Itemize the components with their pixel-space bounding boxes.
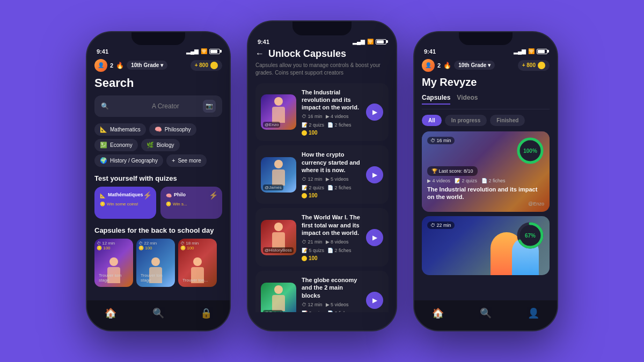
page-title: My Revyze bbox=[422, 76, 550, 88]
grade-badge[interactable]: 10th Grade ▾ bbox=[127, 61, 167, 70]
home-nav-icon[interactable]: 🏠 bbox=[432, 307, 444, 319]
capsule-cost: 100 bbox=[302, 130, 361, 136]
wifi-icon: 🛜 bbox=[528, 48, 535, 54]
grade-label: 10th Grade bbox=[458, 62, 486, 68]
quizzes-meta: 📝 2 quizs bbox=[302, 122, 324, 128]
capsule-item-1[interactable]: @Enzo The Industrial revolution and its … bbox=[255, 83, 389, 142]
capsule-item-4[interactable]: @Guigui The globe economy and the 2 main… bbox=[255, 271, 389, 312]
tag-more[interactable]: + See more bbox=[166, 154, 207, 167]
back-button[interactable]: ← bbox=[255, 49, 264, 58]
capsule-cost: 100 bbox=[302, 255, 361, 261]
progress-card-1[interactable]: ⏱ 16 min 100% 🏆 Last score: 8/10 bbox=[422, 131, 550, 212]
search-bar[interactable]: 🔍 A Creator 📷 bbox=[94, 95, 222, 117]
creator-tag: @Guigui bbox=[263, 310, 283, 312]
filter-in-progress[interactable]: In progress bbox=[445, 115, 487, 126]
capsule-title: The World War I. The first total war and… bbox=[302, 213, 361, 237]
tag-label: Mathematics bbox=[110, 127, 141, 132]
search-nav-icon[interactable]: 🔍 bbox=[480, 307, 492, 319]
tag-label: History / Geography bbox=[110, 158, 158, 164]
capsule-card-1[interactable]: ⏱ 12 min 🪙 100 Trouver son stage bbox=[94, 239, 133, 287]
play-button[interactable]: ▶ bbox=[366, 292, 383, 309]
coin-icon bbox=[210, 62, 218, 69]
capsule-time: ⏱ 12 min bbox=[97, 241, 131, 246]
tag-history[interactable]: 🌍 History / Geography bbox=[94, 154, 163, 167]
avatar: 👤 bbox=[422, 59, 435, 72]
tag-mathematics[interactable]: 📐 Mathematics bbox=[94, 123, 146, 136]
tag-philosophy[interactable]: 🧠 Philosophy bbox=[149, 123, 196, 136]
capsule-item-info: The World War I. The first total war and… bbox=[302, 213, 361, 261]
camera-icon[interactable]: 📷 bbox=[203, 100, 216, 113]
fiches-meta: 📄 2 fiches bbox=[327, 185, 352, 190]
play-button[interactable]: ▶ bbox=[366, 229, 383, 246]
tab-capsules[interactable]: Capsules bbox=[422, 94, 450, 105]
quiz-card-cta: 🪙 Win some coins! bbox=[100, 202, 151, 206]
fiches-meta: 📄 2 fiches bbox=[327, 311, 352, 312]
capsule-thumb-4: @Guigui bbox=[261, 283, 296, 312]
filter-row: All In progress Finished bbox=[422, 115, 550, 126]
center-phone: 9:41 ▂▄▆ 🛜 ← Unlock Capsules Capsules al… bbox=[247, 20, 397, 331]
quizzes-meta: 📝 2 quizs bbox=[302, 185, 324, 190]
capsule-item-2[interactable]: @James How the crypto currency started a… bbox=[255, 145, 389, 204]
progress-card-2[interactable]: ⏱ 22 min 67% bbox=[422, 216, 550, 275]
play-button[interactable]: ▶ bbox=[366, 166, 383, 183]
status-bar-center: 9:41 ▂▄▆ 🛜 bbox=[248, 35, 396, 46]
filter-finished[interactable]: Finished bbox=[490, 115, 525, 126]
tag-label: See more bbox=[178, 158, 201, 164]
coin-icon bbox=[538, 62, 545, 69]
page-title: Search bbox=[94, 76, 222, 90]
signal-icon: ▂▄▆ bbox=[186, 48, 199, 54]
play-button[interactable]: ▶ bbox=[366, 104, 383, 121]
videos-meta: ▶ 8 videos bbox=[326, 239, 349, 245]
capsule-coins: 🪙 100 bbox=[138, 246, 173, 250]
tag-label: Philosophy bbox=[165, 127, 191, 132]
card-bottom: 🏆 Last score: 8/10 ▶ 4 videos 📝 2 quizs … bbox=[427, 165, 544, 206]
capsules-section-title: Capsules for the back to school day bbox=[94, 226, 222, 234]
capsule-list: @Enzo The Industrial revolution and its … bbox=[255, 83, 389, 312]
capsule-item-3[interactable]: @HistoryBoss The World War I. The first … bbox=[255, 208, 389, 267]
capsule-title: The Industrial revolution and its impact… bbox=[302, 88, 361, 112]
capsule-cost: 100 bbox=[302, 193, 361, 198]
tag-economy[interactable]: 💹 Economy bbox=[94, 139, 138, 151]
streak-count: 2 bbox=[110, 62, 113, 69]
signal-icon: ▂▄▆ bbox=[353, 39, 365, 45]
filter-all[interactable]: All bbox=[422, 115, 442, 126]
grade-badge[interactable]: 10th Grade ▾ bbox=[454, 61, 495, 70]
creator-name: @Enzo bbox=[427, 201, 544, 206]
quiz-card-math[interactable]: ⚡ 📐 Mathématiques 🪙 Win some coins! bbox=[94, 187, 156, 219]
fiches-meta: 📄 2 fiches bbox=[327, 248, 352, 253]
status-bar-left: 9:41 ▂▄▆ 🛜 bbox=[87, 45, 230, 56]
back-row: ← Unlock Capsules bbox=[255, 48, 389, 60]
card-content: ⏱ 16 min 100% 🏆 Last score: 8/10 bbox=[422, 131, 550, 212]
creator-tag: @James bbox=[263, 184, 283, 190]
home-nav-icon[interactable]: 🏠 bbox=[105, 307, 116, 319]
progress-percent: 100% bbox=[523, 147, 537, 153]
status-time: 9:41 bbox=[424, 48, 436, 55]
left-phone: 9:41 ▂▄▆ 🛜 👤 2 🔥 10th Grade ▾ + 800 bbox=[86, 31, 231, 331]
capsule-card-3[interactable]: ⏱ 18 min 🪙 100 Trouver ton... bbox=[178, 239, 217, 287]
profile-nav-icon[interactable]: 👤 bbox=[528, 307, 539, 319]
tab-videos[interactable]: Videos bbox=[457, 94, 478, 105]
search-nav-icon[interactable]: 🔍 bbox=[152, 307, 164, 319]
quizzes-meta: 📝 5 quizs bbox=[302, 248, 324, 253]
capsule-meta: ⏱ 12 min ▶ 5 videos 📝 2 quizs 📄 2 fiches bbox=[302, 302, 361, 312]
avatar: 👤 bbox=[94, 59, 107, 72]
quiz-card-philo[interactable]: ⚡ 🧠 Philo 🪙 Win s... bbox=[160, 187, 222, 219]
search-placeholder: A Creator bbox=[152, 102, 199, 110]
plus-icon: + bbox=[172, 157, 175, 164]
chevron-down-icon: ▾ bbox=[160, 62, 163, 68]
lock-nav-icon[interactable]: 🔒 bbox=[200, 307, 212, 319]
coin-icon bbox=[302, 193, 307, 198]
right-phone: 9:41 ▂▄▆ 🛜 👤 2 🔥 10th Grade ▾ + 800 bbox=[413, 31, 558, 331]
math-icon: 📐 bbox=[100, 126, 107, 133]
capsule-card-2[interactable]: ⏱ 22 min 🪙 100 Trouver ton stage bbox=[136, 239, 175, 287]
capsule-cards: ⏱ 12 min 🪙 100 Trouver son stage ⏱ 22 mi… bbox=[94, 239, 222, 287]
capsule-coins: 🪙 100 bbox=[180, 246, 215, 250]
tag-biology[interactable]: 🌿 Biology bbox=[141, 139, 180, 151]
status-bar-right: 9:41 ▂▄▆ 🛜 bbox=[414, 45, 557, 56]
eco-icon: 💹 bbox=[100, 142, 107, 149]
streak-count: 2 bbox=[437, 62, 441, 69]
capsule-item-info: The globe economy and the 2 main blocks … bbox=[302, 276, 361, 312]
coins-amount: + 800 bbox=[522, 62, 536, 68]
card-content-2: ⏱ 22 min 67% bbox=[422, 216, 550, 275]
status-time: 9:41 bbox=[258, 39, 269, 45]
